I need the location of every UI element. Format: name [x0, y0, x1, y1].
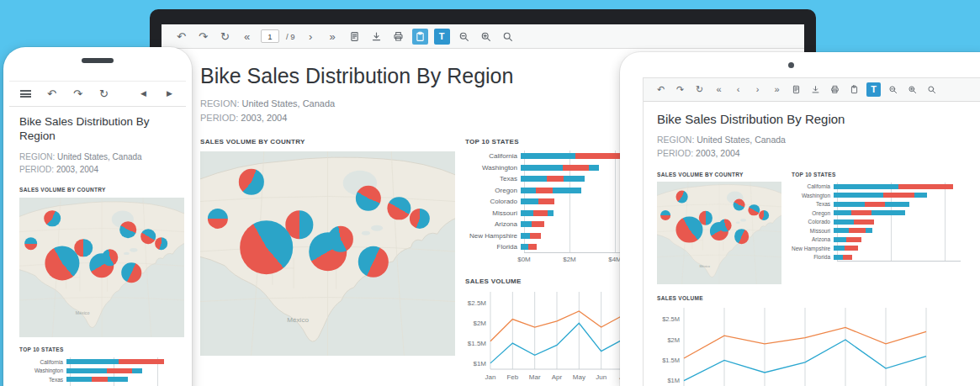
bar-segment: [528, 244, 537, 250]
export-document-button[interactable]: [789, 82, 803, 97]
highlight-tool-button[interactable]: [847, 82, 861, 97]
bar-segment: [533, 210, 548, 216]
text-select-tool-button[interactable]: T: [434, 29, 450, 45]
bar-segment: [845, 246, 858, 251]
last-page-button[interactable]: »: [770, 82, 784, 97]
bar-row-florida: Florida: [792, 253, 953, 262]
zoom-in-button[interactable]: [478, 29, 494, 45]
print-button[interactable]: [390, 29, 406, 45]
redo-button[interactable]: ↷: [673, 82, 687, 97]
bar-row-missouri: Missouri: [465, 208, 633, 219]
top-10-states-chart: CaliforniaWashingtonTexasOregonColoradoM…: [465, 151, 633, 264]
bar-segment: [521, 210, 533, 216]
stacked-bar: [834, 228, 872, 233]
menu-icon: [20, 90, 31, 98]
print-icon: [393, 31, 404, 42]
bar-category-label: Missouri: [792, 228, 834, 234]
bar-row-washington: Washington: [19, 366, 176, 375]
text-select-tool-button[interactable]: T: [866, 82, 881, 97]
bar-row-colorado: Colorado: [465, 196, 633, 208]
export-document-button[interactable]: [347, 29, 363, 45]
undo-button[interactable]: ↶: [173, 29, 189, 45]
period-label: PERIOD:: [657, 148, 693, 158]
bar-row-missouri: Missouri: [792, 226, 953, 235]
first-page-button[interactable]: «: [712, 82, 726, 97]
redo-button[interactable]: ↷: [195, 29, 211, 45]
sales-volume-map: AmericaMéxico: [200, 151, 455, 356]
refresh-button[interactable]: ↻: [692, 82, 707, 97]
bar-category-label: Florida: [465, 243, 521, 251]
bar-row-texas: Texas: [19, 375, 176, 384]
bar-row-washington: Washington: [465, 162, 633, 174]
undo-button[interactable]: ↶: [44, 86, 60, 102]
bar-segment: [521, 198, 538, 204]
region-value: United States, Canada: [697, 135, 786, 145]
first-page-button[interactable]: «: [239, 29, 255, 45]
download-button[interactable]: [368, 29, 384, 45]
zoom-in-icon: [908, 85, 917, 94]
bar-segment: [834, 184, 898, 189]
prev-page-button[interactable]: ◀: [135, 86, 151, 102]
last-page-button[interactable]: »: [325, 29, 341, 45]
region-label: REGION:: [200, 98, 239, 108]
region-value: United States, Canada: [242, 98, 336, 108]
zoom-out-icon: [888, 85, 898, 94]
map-pie-marker: [24, 237, 38, 251]
bar-segment: [553, 188, 581, 193]
bar-category-label: California: [792, 183, 834, 189]
search-icon: [927, 85, 936, 94]
map-pie-marker: [719, 219, 732, 232]
tablet-toolbar: ↶↷↻«‹›»T: [644, 78, 980, 102]
redo-icon: ↷: [199, 31, 208, 42]
next-page-button[interactable]: ›: [750, 82, 765, 97]
clipboard-icon: [850, 85, 859, 94]
bar-segment: [866, 228, 872, 233]
search-button[interactable]: [924, 82, 939, 97]
bar-segment: [865, 202, 885, 207]
next-page-button[interactable]: ›: [303, 29, 319, 45]
refresh-button[interactable]: ↻: [217, 29, 233, 45]
phone-speaker: [82, 58, 114, 63]
bar-row-arizona: Arizona: [465, 219, 633, 230]
refresh-button[interactable]: ↻: [96, 86, 112, 102]
page-number-input[interactable]: [261, 29, 279, 43]
bar-row-california: California: [792, 182, 953, 192]
download-button[interactable]: [808, 82, 823, 97]
map-pie-marker: [734, 230, 750, 245]
svg-text:Jan: Jan: [485, 373, 496, 381]
bar-category-label: Colorado: [792, 219, 834, 225]
bar-category-label: New Hampshire: [792, 246, 834, 251]
line-chart-svg: $2.5M$2M$1.5M$1MJanFebMarAprMayJunJul: [465, 288, 630, 381]
map-pie-marker: [120, 221, 137, 238]
tablet-device: ↶↷↻«‹›»T Bike Sales Distribution By Regi…: [620, 52, 980, 386]
next-page-button[interactable]: ▶: [162, 86, 177, 102]
bar-segment: [834, 255, 843, 260]
bar-category-label: New Hampshire: [465, 232, 521, 240]
zoom-out-button[interactable]: [886, 82, 900, 97]
top-10-states-chart: CaliforniaWashingtonTexasOregonColoradoM…: [792, 182, 953, 262]
redo-button[interactable]: ↷: [70, 86, 86, 102]
svg-text:$2M: $2M: [667, 336, 680, 343]
undo-button[interactable]: ↶: [654, 82, 668, 97]
map-pie-marker: [45, 246, 79, 280]
print-button[interactable]: [828, 82, 842, 97]
stacked-bar: [521, 176, 585, 182]
highlight-tool-button[interactable]: [412, 29, 428, 45]
menu-button[interactable]: [18, 86, 34, 102]
bar-segment: [834, 246, 845, 251]
bar-segment: [521, 221, 532, 227]
line-chart-svg: $2.5M$2M$1.5M$1MJanFebMarAprMayJunJul: [657, 304, 935, 386]
zoom-in-button[interactable]: [905, 82, 919, 97]
next-icon: ›: [309, 31, 312, 42]
map-pie-marker: [240, 220, 294, 274]
zoom-out-button[interactable]: [456, 29, 472, 45]
svg-text:México: México: [76, 310, 90, 315]
bar-segment: [530, 233, 542, 239]
zoom-out-icon: [458, 31, 469, 42]
search-button[interactable]: [500, 29, 516, 45]
prev-page-button[interactable]: ‹: [731, 82, 745, 97]
bar-segment: [521, 153, 575, 159]
refresh-icon: ↻: [696, 85, 703, 94]
stacked-bar: [521, 165, 599, 171]
stacked-bar: [521, 233, 541, 239]
